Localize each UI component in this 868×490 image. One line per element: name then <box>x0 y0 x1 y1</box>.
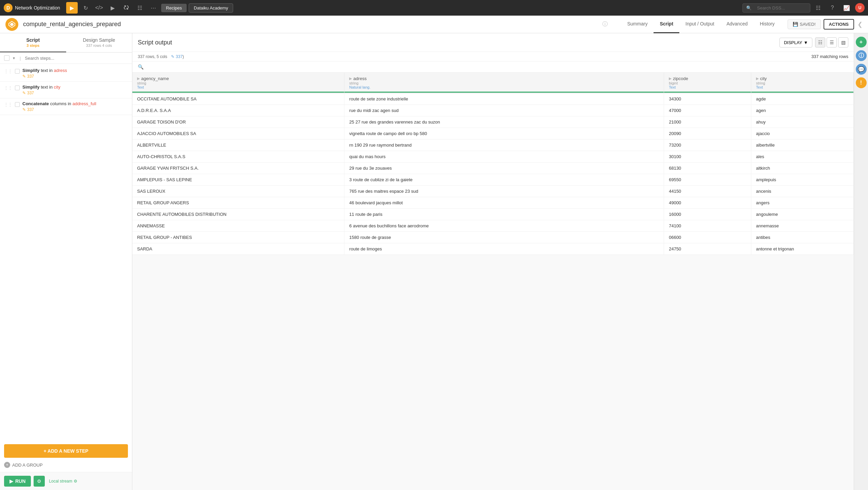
power-icon[interactable]: ⏻ <box>110 101 114 107</box>
step-checkbox[interactable] <box>15 86 20 90</box>
col-marker-icon: ▶ <box>349 76 352 81</box>
grid-apps-icon[interactable]: ☷ <box>812 2 824 14</box>
list-view-icon[interactable]: ☰ <box>827 37 837 48</box>
local-stream-label: Local stream ⚙ <box>49 479 77 484</box>
sidebar-right: + ⓘ 💬 ! <box>854 33 868 490</box>
step-content: Simplify text in city ✎ 337 <box>22 84 100 95</box>
eye-icon[interactable]: 👁 <box>103 101 108 107</box>
code-icon[interactable]: </> <box>93 2 105 14</box>
power-icon[interactable]: ⏻ <box>110 68 114 73</box>
sidebar-right-add-icon[interactable]: + <box>856 37 867 48</box>
sub-navigation: compute_rental_agencies_prepared ⓘ Summa… <box>0 16 868 33</box>
select-all-checkbox[interactable] <box>4 55 10 61</box>
col-marker-icon: ▶ <box>137 76 140 81</box>
sidebar-right-info-icon[interactable]: ⓘ <box>856 50 867 61</box>
power-icon[interactable]: ⏻ <box>110 84 114 90</box>
run-icon[interactable]: ▶ <box>107 2 118 14</box>
table-search-input[interactable] <box>146 64 848 70</box>
col-header-city[interactable]: ▶ city string Text <box>751 73 854 93</box>
add-group-button[interactable]: + ADD A GROUP <box>4 462 128 468</box>
step-item[interactable]: ⋮⋮ Simplify text in adress ✎ 337 <box>0 65 132 82</box>
eye-icon[interactable]: 👁 <box>103 84 108 90</box>
refresh-icon[interactable]: ↻ <box>80 2 91 14</box>
table-row: RETAIL GROUP ANGERS46 boulevard jacques … <box>132 197 854 209</box>
steps-list: ⋮⋮ Simplify text in adress ✎ 337 <box>0 64 132 440</box>
left-panel-tabs: Script 3 steps Design Sample 337 rows 4 … <box>0 33 132 53</box>
svg-marker-3 <box>10 23 14 26</box>
analytics-icon[interactable]: 📈 <box>841 2 852 14</box>
table-row: GARAGE YVAN FRITSCH S.A.29 rue du 3e zou… <box>132 163 854 174</box>
run-settings-button[interactable]: ⚙ <box>34 476 45 487</box>
sidebar-right-alert-icon[interactable]: ! <box>856 77 867 88</box>
step-title: Concatenate columns in address_full <box>22 101 100 106</box>
data-table-container: ▶ agency_name string Text ▶ adress <box>132 73 854 490</box>
col-marker-icon: ▶ <box>756 76 759 81</box>
output-meta: 337 rows, 5 cols ✎ 337 ) 337 matching ro… <box>132 52 854 61</box>
more-step-icon[interactable]: ⋯ <box>123 68 128 73</box>
tab-design-sample[interactable]: Design Sample 337 rows 4 cols <box>66 33 132 52</box>
global-search-input[interactable] <box>754 4 807 12</box>
table-icon[interactable]: ☷ <box>134 2 146 14</box>
back-icon[interactable]: ❮ <box>857 21 863 28</box>
add-group-icon: + <box>4 462 10 468</box>
actions-button[interactable]: ACTIONS <box>824 19 854 30</box>
saved-button[interactable]: 💾 SAVED! <box>788 19 821 29</box>
delete-icon[interactable]: 🗑 <box>116 101 121 107</box>
deploy-icon[interactable]: 🗘 <box>120 2 132 14</box>
drag-handle-icon: ⋮⋮ <box>4 102 12 107</box>
search-nav-icon: 🔍 <box>746 5 752 11</box>
flow-icon[interactable]: ▶ <box>66 2 78 14</box>
tab-history[interactable]: History <box>754 16 781 33</box>
tab-advanced[interactable]: Advanced <box>720 16 754 33</box>
search-steps-input[interactable] <box>25 56 128 61</box>
delete-icon[interactable]: 🗑 <box>116 68 121 73</box>
tab-input-output[interactable]: Input / Output <box>679 16 720 33</box>
tab-summary[interactable]: Summary <box>621 16 654 33</box>
col-marker-icon: ▶ <box>669 76 672 81</box>
edit-count-link[interactable]: ✎ 337 <box>171 54 183 59</box>
grid-view-icon[interactable]: ☷ <box>815 37 825 48</box>
tab-script[interactable]: Script <box>654 16 679 33</box>
dataiku-academy-button[interactable]: Dataiku Academy <box>189 3 233 13</box>
left-panel: Script 3 steps Design Sample 337 rows 4 … <box>0 33 132 490</box>
col-header-zipcode[interactable]: ▶ zipcode bigint Text <box>664 73 751 93</box>
table-row: ALBERTVILLErn 190 29 rue raymond bertran… <box>132 139 854 151</box>
checkbox-dropdown-icon[interactable]: ▼ <box>12 56 16 60</box>
col-header-adress[interactable]: ▶ adress string Natural lang. <box>344 73 664 93</box>
table-row: RETAIL GROUP - ANTIBES1580 route de gras… <box>132 232 854 243</box>
run-bar: ▶ RUN ⚙ Local stream ⚙ <box>0 472 132 490</box>
tab-script-panel[interactable]: Script 3 steps <box>0 33 66 52</box>
table-row: SAS LEROUX765 rue des maitres espace 23 … <box>132 186 854 197</box>
local-stream-settings-icon[interactable]: ⚙ <box>74 479 77 484</box>
eye-icon[interactable]: 👁 <box>103 68 108 73</box>
chart-view-icon[interactable]: ▧ <box>838 37 848 48</box>
step-item[interactable]: ⋮⋮ Concatenate columns in address_full ✎… <box>0 98 132 115</box>
sidebar-right-comment-icon[interactable]: 💬 <box>856 64 867 75</box>
step-count: ✎ 337 <box>22 74 100 79</box>
add-step-button[interactable]: + ADD A NEW STEP <box>4 444 128 458</box>
display-button[interactable]: DISPLAY ▼ <box>779 38 812 48</box>
table-row: CHARENTE AUTOMOBILES DISTRIBUTION11 rout… <box>132 209 854 220</box>
step-checkbox[interactable] <box>15 102 20 107</box>
step-checkbox[interactable] <box>15 69 20 74</box>
recipe-info-icon[interactable]: ⓘ <box>602 21 608 28</box>
more-step-icon[interactable]: ⋯ <box>123 101 128 107</box>
sub-nav-tabs: Summary Script Input / Output Advanced H… <box>621 16 781 33</box>
table-search-bar: 🔍 <box>132 61 854 73</box>
user-avatar[interactable]: U <box>855 3 865 13</box>
more-icon[interactable]: ⋯ <box>148 2 159 14</box>
recipe-logo <box>5 18 18 31</box>
save-icon: 💾 <box>793 22 798 27</box>
drag-handle-icon: ⋮⋮ <box>4 86 12 90</box>
step-item[interactable]: ⋮⋮ Simplify text in city ✎ 337 <box>0 82 132 98</box>
recipes-button[interactable]: Recipes <box>161 4 187 12</box>
help-icon[interactable]: ? <box>827 2 838 14</box>
step-content: Simplify text in adress ✎ 337 <box>22 68 100 79</box>
col-header-agency-name[interactable]: ▶ agency_name string Text <box>132 73 344 93</box>
table-row: SARDAroute de limoges24750antonne et tri… <box>132 243 854 255</box>
steps-header: ▼ | <box>0 53 132 64</box>
more-step-icon[interactable]: ⋯ <box>123 84 128 90</box>
run-button[interactable]: ▶ RUN <box>4 476 31 487</box>
delete-icon[interactable]: 🗑 <box>116 84 121 90</box>
top-navigation: D Network Optimization ▶ ↻ </> ▶ 🗘 ☷ ⋯ R… <box>0 0 868 16</box>
